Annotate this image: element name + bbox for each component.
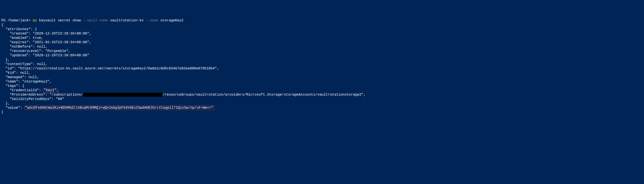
output-line: "tags": { xyxy=(1,84,24,88)
output-line: , xyxy=(57,88,59,92)
output-line: "updated": "2020-12-29T23:39:09+00:00" xyxy=(1,54,89,57)
flag-vault-name: --vault-name xyxy=(83,19,108,23)
output-line: { xyxy=(1,23,4,27)
output-line: "notBefore": null, xyxy=(1,45,47,49)
output-line: "created": "2020-12-29T23:38:35+00:00", xyxy=(1,32,91,36)
prompt-prefix: PS xyxy=(1,19,8,23)
output-line: "name": "storageKey2", xyxy=(1,80,52,84)
terminal-window[interactable]: PS /home/jack> az keyvault secret show -… xyxy=(1,18,643,114)
output-line: } xyxy=(1,110,4,114)
highlight-credential-id: "key1" xyxy=(43,88,57,93)
output-value-key: "value": xyxy=(1,106,24,110)
output-line: "attributes": { xyxy=(1,27,37,31)
prompt-caret: > xyxy=(28,19,33,23)
cmd-subcommand: keyvault secret show xyxy=(37,19,83,23)
output-credentialid-key: "CredentialId": xyxy=(1,88,43,92)
flag-name: --name xyxy=(146,19,158,23)
output-provideraddress-b: /resourceGroups/vaultrotation/providers/… xyxy=(162,93,366,97)
arg-vault-name: vaultrotation-kv xyxy=(108,19,146,23)
output-line: "ValidityPeriodDays": "60" xyxy=(1,97,64,101)
output-line: "contentType": null, xyxy=(1,62,47,66)
cmd-exe: az xyxy=(33,19,37,23)
output-line: "enabled": true, xyxy=(1,36,43,40)
output-line: "managed": null, xyxy=(1,75,39,79)
prompt-path: /home/jack xyxy=(8,19,28,23)
output-line: "id": "https://vaultrotation-kv.vault.az… xyxy=(1,67,219,71)
output-line: }, xyxy=(1,101,10,105)
output-line: "expires": "2021-02-26T23:38:34+00:00", xyxy=(1,40,91,44)
output-line: }, xyxy=(1,58,10,62)
arg-name: storageKey2 xyxy=(158,19,183,23)
redacted-subscription-id xyxy=(83,93,162,97)
output-line: "kid": null, xyxy=(1,71,30,75)
output-provideraddress-a: "ProviderAddress": "/subscriptions/ xyxy=(1,93,83,97)
output-line: "recoveryLevel": "Purgeable", xyxy=(1,49,70,53)
highlight-secret-value: "wUcDFsGHGtWa2KzvND5MGdIJxBuqMt88MQJrwQn… xyxy=(24,106,214,110)
